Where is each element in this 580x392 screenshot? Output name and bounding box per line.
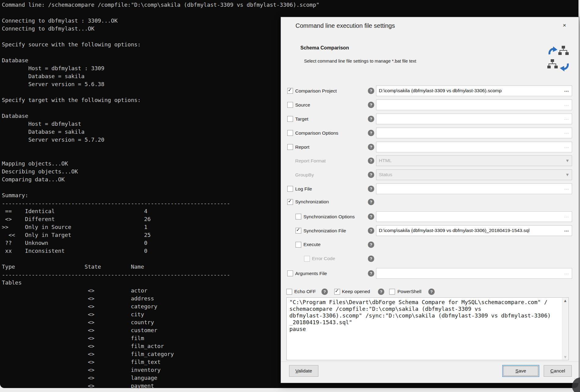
row-source: Source ? ... — [281, 100, 579, 110]
execute-checkbox[interactable] — [295, 242, 301, 248]
browse-icon[interactable]: ... — [564, 86, 569, 94]
row-report-format: Report Format ? HTML ▼ — [281, 155, 579, 166]
comparison-project-field[interactable]: D:\comp\sakila (dbfmylast-3309 vs dbfmyl… — [376, 85, 572, 96]
comparison-options-field[interactable]: ... — [376, 128, 572, 138]
browse-icon[interactable]: ... — [564, 268, 569, 277]
comparison-project-checkbox[interactable]: ✓ — [287, 88, 293, 94]
arguments-file-label: Arguments File — [295, 268, 327, 279]
help-icon[interactable]: ? — [378, 289, 384, 295]
scrollbar[interactable]: ▲ ▼ — [562, 298, 568, 360]
help-icon[interactable]: ? — [368, 172, 374, 178]
log-file-field[interactable]: ... — [376, 183, 572, 194]
echo-off-checkbox[interactable] — [286, 289, 292, 295]
synchronization-label: Synchronization — [295, 198, 329, 205]
help-icon[interactable]: ? — [368, 144, 374, 150]
powershell-label: PowerShell — [397, 288, 421, 295]
log-file-label: Log File — [295, 183, 312, 194]
synchronization-file-field[interactable]: D:\comp\sakila (dbfmylast-3309 vs dbfmyl… — [376, 225, 572, 236]
error-code-checkbox — [304, 256, 310, 262]
arguments-file-field[interactable]: ... — [376, 268, 572, 279]
browse-icon[interactable]: ... — [564, 114, 569, 122]
source-label: Source — [295, 100, 310, 110]
row-groupby: GroupBy ? Status ▼ — [281, 169, 579, 180]
row-comparison-project: ✓ Comparison Project ? D:\comp\sakila (d… — [281, 85, 579, 96]
arguments-file-checkbox[interactable] — [287, 270, 293, 276]
synchronization-options-checkbox[interactable] — [295, 214, 301, 220]
synchronization-file-label: Synchronization File — [303, 225, 346, 236]
dropdown-arrow-icon: ▼ — [566, 170, 569, 180]
help-icon[interactable]: ? — [368, 256, 374, 262]
cancel-button[interactable]: Cancel — [544, 365, 572, 377]
close-icon: × — [563, 22, 566, 28]
target-field[interactable]: ... — [376, 114, 572, 124]
dropdown-arrow-icon: ▼ — [566, 156, 569, 166]
browse-icon[interactable]: ... — [564, 142, 569, 150]
close-button[interactable]: × — [560, 21, 568, 29]
synchronization-options-label: Synchronization Options — [303, 211, 355, 222]
row-arguments-file: Arguments File ? ... — [281, 268, 579, 279]
row-log-file: Log File ? ... — [281, 183, 579, 194]
help-icon[interactable]: ? — [368, 241, 374, 248]
check-icon: ✓ — [296, 227, 300, 233]
row-echo-options: Echo OFF ? ✓ Keep opened ? PowerShell ? — [281, 288, 579, 296]
comparison-options-checkbox[interactable] — [287, 130, 293, 136]
bat-file-text: "C:\Program Files\Devart\dbForge Schema … — [287, 298, 568, 332]
report-field[interactable]: ... — [376, 142, 572, 152]
section-title: Schema Comparison — [300, 45, 349, 51]
comparison-options-label: Comparison Options — [295, 128, 338, 138]
help-icon[interactable]: ? — [368, 186, 374, 192]
browse-icon[interactable]: ... — [564, 128, 569, 136]
powershell-checkbox[interactable] — [389, 289, 395, 295]
help-icon[interactable]: ? — [368, 116, 374, 122]
synchronization-options-field[interactable]: ... — [376, 211, 572, 222]
bat-file-text-area[interactable]: "C:\Program Files\Devart\dbForge Schema … — [286, 297, 569, 360]
groupby-label: GroupBy — [295, 169, 314, 180]
target-label: Target — [295, 114, 308, 124]
scroll-down-icon[interactable]: ▼ — [562, 355, 568, 359]
row-error-code: Error Code ? — [281, 255, 579, 263]
row-synchronization-options: Synchronization Options ? ... — [281, 211, 579, 222]
target-checkbox[interactable] — [287, 116, 293, 122]
report-label: Report — [295, 142, 310, 152]
keep-opened-checkbox[interactable]: ✓ — [334, 289, 340, 295]
help-icon[interactable]: ? — [321, 289, 328, 295]
log-file-checkbox[interactable] — [287, 186, 293, 192]
scroll-up-icon[interactable]: ▲ — [562, 299, 568, 302]
source-checkbox[interactable] — [287, 102, 293, 108]
validate-button[interactable]: Validate — [289, 365, 318, 377]
help-icon[interactable]: ? — [368, 88, 374, 94]
help-icon[interactable]: ? — [368, 227, 374, 234]
synchronization-file-checkbox[interactable]: ✓ — [295, 228, 301, 234]
help-icon[interactable]: ? — [428, 289, 435, 295]
check-icon: ✓ — [288, 198, 292, 204]
row-target: Target ? ... — [281, 114, 579, 124]
help-icon[interactable]: ? — [368, 158, 374, 164]
source-field[interactable]: ... — [376, 100, 572, 110]
help-icon[interactable]: ? — [368, 199, 374, 205]
browse-icon[interactable]: ... — [564, 212, 569, 220]
footer-divider — [281, 361, 579, 362]
browse-icon[interactable]: ... — [564, 100, 569, 108]
report-checkbox[interactable] — [287, 144, 293, 150]
execute-label: Execute — [303, 241, 321, 248]
browse-icon[interactable]: ... — [564, 184, 569, 192]
comparison-project-label: Comparison Project — [295, 85, 337, 96]
echo-off-label: Echo OFF — [294, 288, 316, 295]
help-icon[interactable]: ? — [368, 213, 374, 220]
report-format-label: Report Format — [295, 155, 326, 166]
row-comparison-options: Comparison Options ? ... — [281, 128, 579, 138]
synchronization-checkbox[interactable]: ✓ — [287, 199, 293, 205]
row-execute: Execute ? — [281, 241, 579, 249]
check-icon: ✓ — [335, 288, 339, 294]
row-report: Report ? ... — [281, 142, 579, 152]
check-icon: ✓ — [288, 87, 292, 93]
browse-icon[interactable]: ... — [564, 226, 569, 234]
help-icon[interactable]: ? — [368, 130, 374, 136]
help-icon[interactable]: ? — [368, 102, 374, 108]
row-synchronization: ✓ Synchronization ? — [281, 198, 579, 206]
help-icon[interactable]: ? — [368, 270, 374, 277]
screen: Command line: /schemacompare /compfile:"… — [0, 0, 580, 392]
save-button[interactable]: Save — [502, 365, 539, 377]
row-synchronization-file: ✓ Synchronization File ? D:\comp\sakila … — [281, 225, 579, 236]
schema-comparison-icon — [547, 46, 570, 73]
